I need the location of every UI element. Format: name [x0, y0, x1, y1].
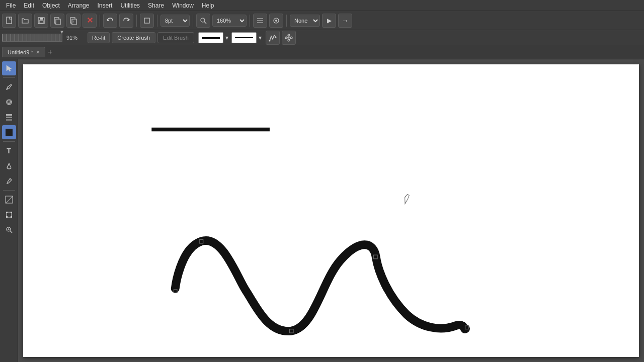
tool-sep3 [3, 190, 15, 191]
sep2 [136, 15, 137, 27]
spiral-tool[interactable] [2, 95, 16, 109]
zoom-icon-button[interactable] [196, 14, 210, 28]
layers-tool[interactable] [2, 110, 16, 124]
svg-point-31 [9, 102, 10, 103]
arrange-right-button[interactable]: ▶ [322, 14, 336, 28]
stroke-style-preview[interactable] [231, 32, 257, 43]
svg-rect-40 [6, 216, 8, 218]
sep6 [286, 15, 287, 27]
svg-rect-39 [11, 212, 12, 213]
nodes-button[interactable] [282, 31, 296, 45]
svg-rect-41 [11, 216, 12, 218]
svg-rect-33 [6, 117, 12, 118]
tab-close-button[interactable]: × [36, 49, 40, 55]
new-button[interactable] [2, 14, 16, 28]
tool-sep1 [3, 77, 15, 78]
svg-rect-9 [144, 18, 149, 23]
blend-tool[interactable] [2, 193, 16, 207]
menu-share[interactable]: Share [144, 1, 168, 10]
main-toolbar: ↑ ✕ 8pt 4pt 2pt 1pt 160% 100% 75% 50% No… [0, 11, 644, 30]
svg-rect-35 [6, 129, 13, 136]
menu-bar: File Edit Object Arrange Insert Utilitie… [0, 0, 644, 11]
zoom-tool[interactable] [2, 223, 16, 237]
redo-button[interactable] [119, 14, 133, 28]
transform-tool[interactable] [2, 208, 16, 222]
svg-point-16 [275, 20, 277, 22]
menu-arrange[interactable]: Arrange [64, 1, 94, 10]
menu-window[interactable]: Window [168, 1, 198, 10]
stroke-style-dropdown[interactable]: ▾ [259, 34, 262, 41]
svg-rect-2 [40, 18, 43, 20]
record-button[interactable] [269, 14, 283, 28]
secondary-toolbar: ▼ 91% Re-fit Create Brush Edit Brush ▾ ▾ [0, 30, 644, 45]
left-toolbox: T [0, 59, 18, 362]
brush-tool[interactable] [2, 125, 16, 139]
sep5 [250, 15, 250, 27]
svg-point-19 [269, 40, 270, 41]
svg-rect-32 [6, 114, 12, 116]
undo-button[interactable] [103, 14, 117, 28]
refit-button[interactable]: Re-fit [88, 32, 110, 43]
tool-sep2 [3, 141, 15, 142]
ruler: ▼ [2, 34, 62, 42]
crop-button[interactable] [140, 14, 154, 28]
svg-rect-38 [6, 212, 8, 213]
create-brush-button[interactable]: Create Brush [112, 32, 155, 43]
distribute-button[interactable] [253, 14, 267, 28]
transform-nodes-button[interactable] [266, 31, 280, 45]
svg-point-20 [275, 36, 276, 38]
svg-point-10 [201, 18, 205, 22]
sep3 [157, 15, 157, 27]
menu-insert[interactable]: Insert [93, 1, 116, 10]
menu-help[interactable]: Help [198, 1, 218, 10]
export-button[interactable]: ↑ [66, 14, 80, 28]
svg-line-11 [204, 22, 206, 24]
svg-point-30 [8, 101, 11, 104]
menu-utilities[interactable]: Utilities [116, 1, 144, 10]
delete-button[interactable]: ✕ [83, 14, 97, 28]
svg-rect-46 [52, 64, 610, 357]
sep1 [100, 15, 100, 27]
tab-title: Untitled9 * [8, 49, 33, 55]
zoom-percentage: 91% [66, 35, 82, 41]
select-tool[interactable] [2, 61, 16, 75]
menu-edit[interactable]: Edit [20, 1, 38, 10]
arrow-button[interactable]: → [338, 14, 352, 28]
edit-brush-button: Edit Brush [157, 32, 194, 43]
tab-bar: Untitled9 * × + [0, 45, 644, 59]
copy-display-button[interactable] [50, 14, 64, 28]
menu-file[interactable]: File [2, 1, 20, 10]
canvas-svg [23, 64, 639, 357]
svg-rect-5 [56, 19, 60, 25]
stroke-color-dropdown[interactable]: ▾ [225, 34, 228, 41]
stroke-color-preview[interactable] [198, 32, 223, 43]
svg-rect-17 [202, 37, 220, 39]
sep4 [193, 15, 193, 27]
arrange-select[interactable]: None Front Back [290, 15, 320, 27]
svg-rect-34 [6, 119, 12, 121]
main-layout: T [0, 59, 644, 362]
open-button[interactable] [18, 14, 32, 28]
text-tool-icon: T [7, 147, 11, 155]
new-tab-button[interactable]: + [45, 47, 55, 57]
zoom-select[interactable]: 160% 100% 75% 50% [212, 15, 247, 27]
stroke-size-select[interactable]: 8pt 4pt 2pt 1pt [160, 15, 190, 27]
svg-rect-3 [39, 21, 43, 23]
pen-tool[interactable] [2, 80, 16, 94]
svg-text:↑: ↑ [73, 20, 74, 23]
text-tool[interactable]: T [2, 144, 16, 158]
canvas-container [23, 64, 639, 357]
save-button[interactable] [34, 14, 48, 28]
document-tab[interactable]: Untitled9 * × [2, 47, 45, 57]
menu-object[interactable]: Object [38, 1, 64, 10]
canvas-area[interactable] [18, 59, 644, 362]
svg-rect-0 [7, 17, 12, 24]
svg-line-43 [10, 231, 12, 233]
svg-marker-27 [7, 65, 12, 71]
eyedropper-tool[interactable] [2, 174, 16, 188]
paint-tool[interactable] [2, 159, 16, 173]
